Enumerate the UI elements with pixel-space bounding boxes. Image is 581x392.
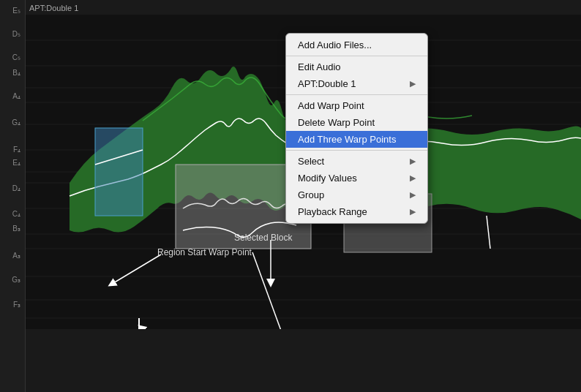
menu-playback-range[interactable]: Playback Range ▶ — [286, 203, 427, 220]
chevron-group-icon: ▶ — [410, 190, 416, 200]
svg-line-23 — [110, 255, 161, 285]
pitch-g3: G₃ — [12, 276, 20, 284]
svg-rect-15 — [95, 128, 143, 216]
menu-modify-values[interactable]: Modify Values ▶ — [286, 170, 427, 186]
menu-apt-double-1[interactable]: APT:Double 1 ▶ — [286, 75, 427, 92]
menu-select[interactable]: Select ▶ — [286, 153, 427, 170]
menu-delete-warp-point[interactable]: Delete Warp Point — [286, 114, 427, 131]
chevron-playback-icon: ▶ — [410, 207, 416, 216]
track-title: APT:Double 1 — [29, 4, 78, 12]
pitch-f4: F₄ — [13, 146, 20, 154]
menu-add-audio-files[interactable]: Add Audio Files... — [286, 37, 427, 53]
pitch-c4: C₄ — [12, 211, 20, 218]
menu-add-three-warp-points[interactable]: Add Three Warp Points — [286, 131, 427, 148]
selected-block-annotation: Selected Block — [227, 233, 315, 294]
pitch-e4: E₄ — [12, 159, 20, 167]
pitch-d5: D₅ — [12, 31, 20, 38]
menu-separator-1 — [286, 56, 427, 56]
menu-group[interactable]: Group ▶ — [286, 186, 427, 203]
pitch-c5: C₅ — [12, 54, 20, 61]
pitch-e5: E₅ — [12, 7, 20, 15]
context-menu: Add Audio Files... Edit Audio APT:Double… — [285, 33, 428, 224]
pitch-f3: F₃ — [13, 301, 20, 309]
pitch-b4: B₄ — [12, 69, 20, 77]
pitch-labels: E₅ D₅ C₅ B₄ A₄ G₄ F₄ E₄ D₄ C₄ B₃ A₃ G₃ F… — [0, 0, 26, 392]
pitch-d4: D₄ — [12, 185, 20, 192]
menu-edit-audio[interactable]: Edit Audio — [286, 59, 427, 75]
menu-separator-3 — [286, 150, 427, 151]
pitch-g4: G₄ — [12, 119, 20, 127]
menu-separator-2 — [286, 94, 427, 95]
pitch-a4: A₄ — [12, 93, 20, 100]
chevron-icon: ▶ — [410, 79, 416, 88]
pitch-b3: B₃ — [12, 225, 20, 233]
pitch-a3: A₃ — [12, 252, 20, 260]
menu-add-warp-point[interactable]: Add Warp Point — [286, 97, 427, 114]
chevron-modify-icon: ▶ — [410, 173, 416, 183]
selected-block-label: Selected Block — [234, 233, 292, 243]
chevron-select-icon: ▶ — [410, 157, 416, 166]
track-header: APT:Double 1 — [29, 4, 78, 12]
